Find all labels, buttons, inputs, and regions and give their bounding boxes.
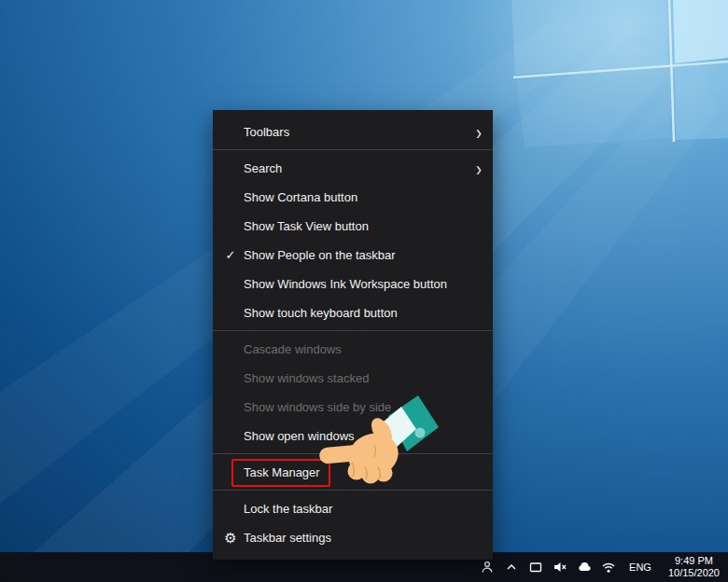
menu-separator (213, 453, 493, 454)
menu-item-label: Show Cortana button (244, 190, 357, 204)
menu-item-label: Task Manager (244, 465, 320, 479)
menu-item-lock-the-taskbar[interactable]: Lock the taskbar (213, 494, 493, 523)
submenu-chevron-icon: › (476, 121, 482, 143)
menu-item-label: Search (244, 161, 282, 175)
menu-item-label: Show windows side by side (244, 400, 391, 414)
menu-item-label: Show Windows Ink Workspace button (244, 277, 447, 291)
menu-item-label: Show Task View button (244, 219, 369, 233)
language-indicator[interactable]: ENG (629, 561, 651, 573)
menu-item-show-windows-stacked: Show windows stacked (213, 364, 493, 393)
menu-separator (213, 330, 493, 331)
clock-date: 10/15/2020 (668, 567, 720, 579)
display-icon[interactable] (528, 560, 543, 575)
menu-item-cascade-windows: Cascade windows (213, 335, 493, 364)
show-hidden-icons-chevron-icon[interactable] (504, 560, 519, 575)
menu-item-show-people[interactable]: ✓ Show People on the taskbar (213, 241, 493, 270)
menu-separator (213, 490, 493, 491)
menu-item-show-open-windows[interactable]: Show open windows (213, 422, 493, 450)
menu-item-label: Show touch keyboard button (244, 306, 398, 320)
menu-item-show-touch-keyboard[interactable]: Show touch keyboard button (213, 298, 493, 327)
menu-item-label: Toolbars (244, 125, 289, 139)
menu-item-search[interactable]: Search › (213, 154, 493, 183)
menu-item-task-manager[interactable]: Task Manager (213, 458, 493, 487)
gear-icon: ⚙ (222, 530, 239, 547)
menu-item-show-task-view[interactable]: Show Task View button (213, 212, 493, 241)
system-tray: ENG 9:49 PM 10/15/2020 (480, 555, 723, 579)
taskbar-clock[interactable]: 9:49 PM 10/15/2020 (668, 555, 720, 579)
menu-item-show-cortana[interactable]: Show Cortana button (213, 183, 493, 212)
menu-item-show-windows-side-by-side: Show windows side by side (213, 393, 493, 422)
submenu-chevron-icon: › (476, 158, 482, 179)
onedrive-cloud-icon[interactable] (577, 560, 592, 575)
menu-item-label: Taskbar settings (244, 531, 331, 545)
menu-item-label: Show windows stacked (244, 371, 369, 385)
people-icon[interactable] (480, 560, 495, 575)
menu-item-toolbars[interactable]: Toolbars › (213, 118, 493, 146)
checkmark-icon: ✓ (222, 248, 239, 262)
menu-item-show-ink-workspace[interactable]: Show Windows Ink Workspace button (213, 270, 493, 298)
menu-item-taskbar-settings[interactable]: ⚙ Taskbar settings (213, 523, 493, 552)
volume-muted-icon[interactable] (553, 560, 567, 575)
taskbar-context-menu: Toolbars › Search › Show Cortana button … (213, 110, 493, 560)
menu-item-label: Lock the taskbar (244, 502, 332, 516)
clock-time: 9:49 PM (668, 555, 720, 567)
menu-separator (213, 149, 493, 150)
menu-item-label: Cascade windows (244, 342, 342, 356)
menu-item-label: Show People on the taskbar (244, 248, 396, 262)
menu-item-label: Show open windows (244, 429, 355, 443)
network-wifi-icon[interactable] (601, 560, 616, 575)
